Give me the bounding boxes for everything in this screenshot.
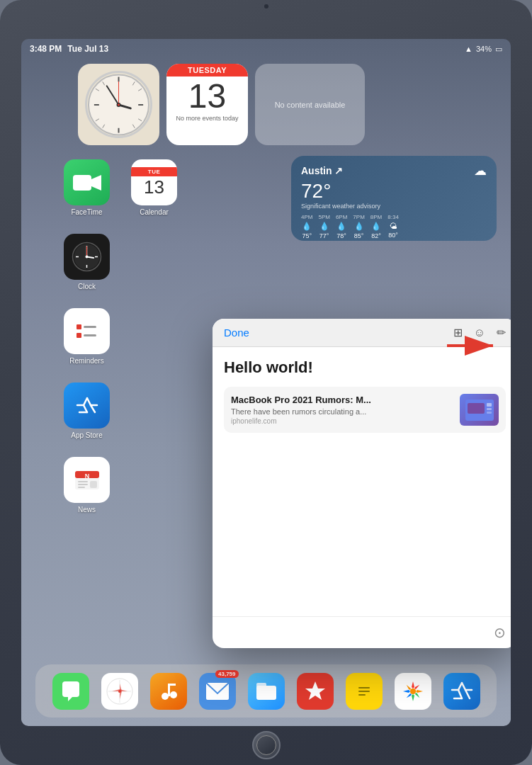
music-dock-icon[interactable]	[150, 673, 187, 710]
facetime-app[interactable]: FaceTime	[64, 159, 110, 216]
photos-dock-icon[interactable]	[395, 673, 431, 710]
calendar-app-icon: TUE 13	[131, 159, 177, 205]
notes-done-button[interactable]: Done	[224, 327, 249, 339]
weather-desc: Significant weather advisory	[301, 203, 487, 210]
news-icon: N	[64, 457, 110, 503]
home-button-inner	[256, 735, 276, 755]
calendar-app[interactable]: TUE 13 Calendar	[131, 159, 177, 216]
svg-marker-19	[91, 175, 101, 191]
svg-rect-65	[358, 687, 370, 688]
svg-rect-33	[84, 334, 96, 336]
app-row-5: N News	[64, 457, 177, 514]
weather-temp: 72°	[301, 180, 487, 203]
app-row-3: Reminders	[64, 308, 177, 365]
weather-location: Austin ↗	[301, 165, 343, 176]
weather-forecast: 4PM 💧 75° 5PM 💧 77° 6PM 💧 78° 7PM 💧	[301, 214, 487, 239]
no-content-widget[interactable]: No content available	[255, 64, 365, 145]
forecast-5pm: 5PM 💧 77°	[318, 214, 329, 239]
svg-rect-58	[168, 684, 176, 686]
link-thumbnail	[460, 394, 499, 426]
widgets-area: TUESDAY 13 No more events today No conte…	[78, 64, 497, 145]
svg-rect-18	[73, 175, 91, 191]
calendar-day-of-week: TUESDAY	[166, 64, 248, 76]
messages-dock-icon[interactable]	[52, 673, 89, 710]
files-dock-icon[interactable]	[248, 673, 285, 710]
link-desc: There have been rumors circulating a...	[231, 407, 453, 416]
weather-location-row: Austin ↗ ☁	[301, 163, 487, 178]
forecast-7pm: 7PM 💧 85°	[353, 214, 364, 239]
notes-title: Hello world!	[224, 358, 506, 377]
appstore-app[interactable]: App Store	[64, 382, 110, 439]
svg-rect-67	[358, 694, 366, 696]
clock-face	[85, 71, 152, 138]
calendar-body: 13 No more events today	[166, 76, 248, 125]
ipad-frame: 3:48 PM Tue Jul 13 ▲ 34% ▭	[0, 0, 532, 765]
link-preview[interactable]: MacBook Pro 2021 Rumors: M... There have…	[224, 387, 506, 433]
status-date: Tue Jul 13	[67, 44, 108, 54]
cal-icon-header: TUE	[131, 167, 177, 176]
cal-icon-num: 13	[144, 176, 164, 198]
status-bar: 3:48 PM Tue Jul 13 ▲ 34% ▭	[21, 39, 511, 59]
app-row-2: Clock	[64, 234, 177, 290]
svg-rect-43	[487, 403, 492, 407]
forecast-4pm: 4PM 💧 75°	[301, 214, 312, 239]
clock-app[interactable]: Clock	[64, 234, 110, 290]
notes-content: Hello world! MacBook Pro 2021 Rumors: M.…	[213, 347, 511, 616]
spark-dock-icon[interactable]	[297, 673, 334, 710]
clock-widget[interactable]	[78, 64, 159, 145]
svg-rect-62	[256, 683, 266, 688]
svg-point-68	[410, 688, 416, 694]
cloud-icon: ☁	[474, 163, 487, 178]
safari-dock-icon[interactable]	[101, 673, 138, 710]
svg-rect-66	[358, 691, 370, 692]
forecast-834: 8:34 🌤 80°	[387, 214, 399, 239]
notes-dock-icon[interactable]	[346, 673, 383, 710]
home-button[interactable]	[252, 731, 281, 759]
weather-widget[interactable]: Austin ↗ ☁ 72° Significant weather advis…	[291, 156, 497, 241]
svg-point-29	[86, 256, 89, 259]
notes-popup: Done ⊞ ☺ ✏ Hello world! MacBook Pro 2021…	[213, 319, 511, 648]
facetime-icon	[64, 159, 110, 205]
news-app[interactable]: N News	[64, 457, 110, 514]
battery-level: 34%	[476, 45, 492, 53]
calendar-day-num: 13	[188, 79, 226, 113]
battery-icon: ▭	[495, 45, 502, 54]
reminders-icon	[64, 308, 110, 354]
link-domain: iphonelife.com	[231, 417, 453, 425]
svg-rect-40	[90, 481, 97, 488]
svg-rect-37	[78, 481, 88, 482]
svg-point-55	[162, 693, 169, 700]
link-title: MacBook Pro 2021 Rumors: M...	[231, 395, 453, 405]
calendar-widget[interactable]: TUESDAY 13 No more events today	[166, 64, 248, 145]
status-time: 3:48 PM	[30, 44, 62, 54]
svg-rect-42	[468, 403, 485, 414]
svg-rect-31	[84, 326, 96, 328]
mail-badge: 43,759	[215, 670, 238, 678]
notes-bottom-compose-icon[interactable]: ⊙	[494, 624, 506, 641]
svg-rect-45	[487, 412, 492, 414]
calendar-event-text: No more events today	[176, 115, 238, 122]
forecast-8pm: 8PM 💧 82°	[370, 214, 382, 239]
reminders-app[interactable]: Reminders	[64, 308, 110, 365]
red-arrow	[443, 335, 500, 359]
app-row-1: FaceTime TUE 13 Calendar	[64, 159, 177, 216]
appstore-label: App Store	[71, 431, 102, 439]
svg-point-56	[170, 691, 177, 698]
calendar-label: Calendar	[140, 208, 169, 216]
forecast-6pm: 6PM 💧 78°	[336, 214, 347, 239]
svg-rect-39	[78, 487, 85, 488]
svg-rect-30	[77, 324, 81, 329]
status-right: ▲ 34% ▭	[465, 45, 502, 54]
reminders-label: Reminders	[69, 357, 103, 365]
svg-point-54	[118, 690, 121, 693]
mail-dock-icon[interactable]: 43,759	[199, 673, 236, 710]
clock-label: Clock	[78, 283, 96, 290]
dock: 43,759	[35, 664, 497, 718]
news-label: News	[78, 506, 96, 514]
wifi-icon: ▲	[465, 45, 472, 53]
svg-text:N: N	[84, 472, 89, 480]
svg-marker-63	[305, 681, 325, 700]
no-content-text: No content available	[275, 101, 346, 109]
appstore-dock-icon[interactable]	[443, 673, 480, 710]
appstore-icon	[64, 382, 110, 429]
